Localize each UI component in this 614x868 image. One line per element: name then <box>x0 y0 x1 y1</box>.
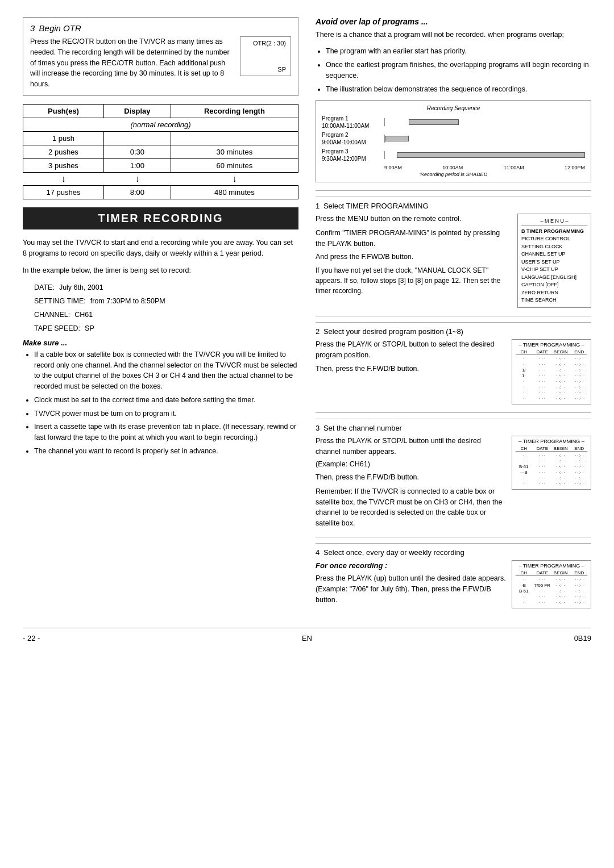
recording-table-section: Push(es) Display Recording length (norma… <box>23 104 298 199</box>
otr-display-sp: SP <box>245 66 286 73</box>
page-number: - 22 - <box>23 634 40 642</box>
for-once-label: For once recording : <box>316 560 506 571</box>
step3-number: 3 <box>316 424 320 432</box>
channel-row: CHANNEL: CH61 <box>34 309 298 320</box>
timeline-label: 12:00PM <box>565 165 585 170</box>
timer-recording-header: TIMER RECORDING <box>23 207 298 229</box>
timeline-label: 9:00AM <box>384 165 402 170</box>
table-row: ·· · ·· ·:· ·· ·:· · <box>516 385 587 390</box>
table-header-display: Display <box>103 104 171 118</box>
table-row: ·· · ·· ·:· ·· ·:· · <box>516 379 587 384</box>
menu-item-picture: PICTURE CONTROL <box>521 235 587 243</box>
step2-body-text: Press the PLAY/K or STOP/L button to sel… <box>316 339 506 361</box>
display-17: 8:00 <box>103 185 171 199</box>
list-item: TV/VCR power must be turn on to program … <box>34 408 298 419</box>
step4-number: 4 <box>316 548 320 557</box>
table-row: 1/· · ·· ·:· ·· ·:· · <box>516 368 587 373</box>
step3-press: Then, press the F.FWD/B button. <box>316 472 506 483</box>
date-val: July 6th, 2001 <box>59 282 103 293</box>
table-row: ·· · ·· ·:· ·· ·:· · <box>516 481 587 486</box>
menu-item-time-search: TIME SEARCH <box>521 297 587 304</box>
step1-label: 1 Select TIMER PROGRAMMING <box>316 202 591 210</box>
otr-step-text: Begin OTR <box>39 23 81 33</box>
otr-step-label: 3 Begin OTR <box>30 23 291 33</box>
seq-diagram-title: Recording Sequence <box>322 105 585 111</box>
step2-display-title: – TIMER PROGRAMMING – <box>516 342 587 348</box>
seq-bar-area-prog3 <box>384 151 585 159</box>
list-item: Once the earliest program finishes, the … <box>326 60 591 81</box>
step1-text: Select TIMER PROGRAMMING <box>323 202 429 210</box>
timer-example-block: DATE: July 6th, 2001 SETTING TIME: from … <box>34 282 298 334</box>
tape-row: TAPE SPEED: SP <box>34 323 298 334</box>
push-17: 17 pushes <box>23 185 104 199</box>
date-row: DATE: July 6th, 2001 <box>34 282 298 293</box>
table-row: ·· · ·· ·:· ·· ·:· · <box>516 475 587 481</box>
step3-body-text: Press the PLAY/K or STOP/L button until … <box>316 436 506 457</box>
date-label: DATE: <box>34 282 55 293</box>
setting-row: SETTING TIME: from 7:30PM to 8:50PM <box>34 295 298 307</box>
step4-body-text: Press the PLAY/K (up) button until the d… <box>316 573 506 605</box>
step1-description: Press the MENU button on the remote cont… <box>316 214 512 296</box>
step3-description: Press the PLAY/K or STOP/L button until … <box>316 436 506 529</box>
table-row: 1 push <box>23 131 298 145</box>
step4-section: 4 Select once, every day or weekly recor… <box>316 543 591 608</box>
table-row: B·61· · ·· ·:· ·· ·:· · <box>516 464 587 469</box>
seq-bar-area-prog1 <box>384 118 585 126</box>
display-3: 1:00 <box>103 158 171 172</box>
push-1: 1 push <box>23 131 104 145</box>
step3-display-title: – TIMER PROGRAMMING – <box>516 439 587 444</box>
step2-description: Press the PLAY/K or STOP/L button to sel… <box>316 339 506 374</box>
length-1 <box>171 131 298 145</box>
table-row: ·· · ·· ·:· ·· ·:· · <box>516 390 587 395</box>
table-row: 17 pushes 8:00 480 minutes <box>23 185 298 199</box>
menu-item-vchip: V-CHIP SET UP <box>521 266 587 274</box>
step1-press: And press the F.FWD/B button. <box>316 252 512 262</box>
seq-label-prog2: Program 29:00AM-10:00AM <box>322 131 384 146</box>
otr-body-text: Press the REC/OTR button on the TV/VCR a… <box>30 36 234 90</box>
tape-val: SP <box>85 323 94 334</box>
table-row: 3 pushes 1:00 60 minutes <box>23 158 298 172</box>
step2-number: 2 <box>316 327 320 336</box>
seq-bar-prog1 <box>409 119 459 125</box>
recording-table: Push(es) Display Recording length (norma… <box>23 104 298 199</box>
step2-display-header: CH DATE BEGIN END <box>516 349 587 355</box>
menu-item-clock: SETTING CLOCK <box>521 243 587 251</box>
timeline-label: 11:00AM <box>504 165 524 170</box>
menu-item-users: USER'S SET UP <box>521 258 587 266</box>
table-row: ·· · ·· ·:· ·· ·:· · <box>516 577 587 582</box>
step2-press: Then, press the F.FWD/B button. <box>316 364 506 374</box>
table-row-arrow: ↓ ↓ ↓ <box>23 172 298 185</box>
seq-label-prog1: Program 110:00AM-11:00AM <box>322 115 384 130</box>
avoid-overlap-list: The program with an earlier start has pr… <box>326 46 591 94</box>
avoid-overlap-heading: Avoid over lap of programs ... <box>316 17 591 26</box>
seq-row-prog1: Program 110:00AM-11:00AM <box>322 115 585 130</box>
menu-item-caption: CAPTION [OFF] <box>521 281 587 289</box>
menu-title: – M E N U – <box>521 217 587 226</box>
table-row: —B· · ·· ·:· ·· ·:· · <box>516 470 587 475</box>
seq-row-prog2: Program 29:00AM-10:00AM <box>322 131 585 146</box>
arrow-length: ↓ <box>171 172 298 185</box>
page-footer: - 22 - EN 0B19 <box>23 628 591 642</box>
channel-label: CHANNEL: <box>34 309 70 320</box>
avoid-overlap-intro: There is a chance that a program will no… <box>316 30 591 40</box>
table-row: ·· · ·· ·:· ·· ·:· · <box>516 396 587 401</box>
setting-val: from 7:30PM to 8:50PM <box>90 295 165 307</box>
step4-display-header: CH DATE BEGIN END <box>516 570 587 576</box>
step1-section: 1 Select TIMER PROGRAMMING Press the MEN… <box>316 197 591 307</box>
channel-val: CH61 <box>74 309 93 320</box>
table-header-pushes: Push(es) <box>23 104 104 118</box>
step4-display-title: – TIMER PROGRAMMING – <box>516 563 587 569</box>
step2-section: 2 Select your desired program position (… <box>316 322 591 404</box>
setting-label: SETTING TIME: <box>34 295 86 307</box>
step1-body: Press the MENU button on the remote cont… <box>316 214 591 307</box>
step2-label: 2 Select your desired program position (… <box>316 327 591 336</box>
table-row: B·61· · ·· ·:· ·· ·:· · <box>516 589 587 594</box>
step3-body: Press the PLAY/K or STOP/L button until … <box>316 436 591 529</box>
otr-description: Press the REC/OTR button on the TV/VCR a… <box>30 37 230 88</box>
table-row: ·· · ·· ·:· ·· ·:· · <box>516 458 587 464</box>
otr-display-top: OTR(2 : 30) <box>245 40 286 47</box>
seq-bar-prog3 <box>397 152 585 158</box>
step3-example: (Example: CH61) <box>316 459 506 470</box>
step3-label: 3 Set the channel number <box>316 424 591 432</box>
step3-remember: Remember: If the TV/VCR is connected to … <box>316 486 506 529</box>
